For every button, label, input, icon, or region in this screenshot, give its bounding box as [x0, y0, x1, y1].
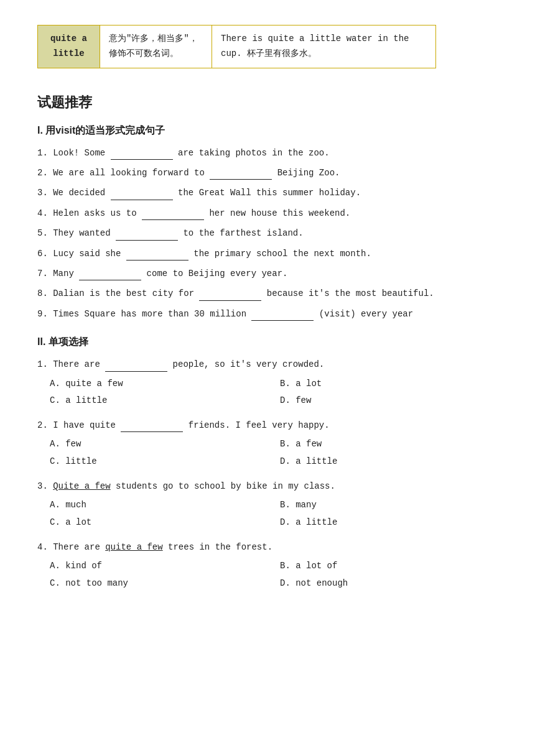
blank [142, 219, 204, 220]
list-item: 4. Helen asks us to her new house this w… [37, 206, 498, 220]
list-item: 7. Many come to Beijing every year. [37, 267, 498, 280]
mc-option-b: B. a few [280, 437, 498, 452]
blank [121, 431, 183, 432]
vocab-meaning: 意为"许多，相当多"， 修饰不可数名词。 [100, 25, 212, 68]
mc-option-a: A. few [50, 437, 268, 452]
list-item: 8. Dalian is the best city for because i… [37, 287, 498, 300]
mc-options: A. kind of B. a lot of C. not too many D… [37, 559, 498, 591]
blank [199, 300, 261, 301]
vocab-table: quite a little 意为"许多，相当多"， 修饰不可数名词。 Ther… [37, 25, 436, 68]
mc-option-a: A. much [50, 498, 268, 513]
mc-option-b: B. many [280, 498, 498, 513]
mc-question-text: 2. I have quite friends. I feel very hap… [37, 418, 498, 432]
mc-option-c: C. a lot [50, 515, 268, 530]
mc-option-d: D. not enough [280, 576, 498, 591]
mc-options: A. quite a few B. a lot C. a little D. f… [37, 377, 498, 409]
blank [251, 320, 314, 321]
mc-option-b: B. a lot of [280, 559, 498, 574]
mc-option-a: A. quite a few [50, 377, 268, 392]
part-i: I. 用visit的适当形式完成句子 1. Look! Some are tak… [37, 124, 498, 321]
list-item: 6. Lucy said she the primary school the … [37, 247, 498, 260]
mc-option-c: C. not too many [50, 576, 268, 591]
mc-question-text: 3. Quite a few students go to school by … [37, 479, 498, 493]
mc-option-a: A. kind of [50, 559, 268, 574]
mc-question-3: 3. Quite a few students go to school by … [37, 479, 498, 530]
part-i-title: I. 用visit的适当形式完成句子 [37, 124, 498, 137]
mc-question-1: 1. There are people, so it's very crowde… [37, 357, 498, 408]
underlined-text: Quite a few [53, 481, 110, 491]
mc-question-text: 1. There are people, so it's very crowde… [37, 357, 498, 371]
list-item: 5. They wanted to the farthest island. [37, 226, 498, 240]
part-ii-title: II. 单项选择 [37, 336, 498, 349]
mc-option-c: C. little [50, 454, 268, 469]
blank [126, 260, 188, 260]
mc-options: A. few B. a few C. little D. a little [37, 437, 498, 469]
blank [111, 200, 173, 200]
list-item: 1. Look! Some are taking photos in the z… [37, 146, 498, 160]
vocab-term: quite a little [38, 25, 100, 68]
mc-question-text: 4. There are quite a few trees in the fo… [37, 540, 498, 554]
mc-question-4: 4. There are quite a few trees in the fo… [37, 540, 498, 591]
underlined-text: quite a few [105, 542, 162, 552]
mc-options: A. much B. many C. a lot D. a little [37, 498, 498, 530]
list-item: 9. Times Square has more than 30 million… [37, 307, 498, 321]
mc-question-2: 2. I have quite friends. I feel very hap… [37, 418, 498, 469]
list-item: 3. We decided the Great Wall this summer… [37, 186, 498, 200]
mc-option-b: B. a lot [280, 377, 498, 392]
blank [111, 159, 173, 160]
mc-option-c: C. a little [50, 394, 268, 408]
mc-option-d: D. few [280, 394, 498, 408]
part-i-questions: 1. Look! Some are taking photos in the z… [37, 146, 498, 321]
vocab-example: There is quite a little water in the cup… [212, 25, 436, 68]
list-item: 2. We are all looking forward to Beijing… [37, 166, 498, 180]
mc-option-d: D. a little [280, 515, 498, 530]
blank [79, 280, 141, 280]
blank [116, 240, 178, 241]
mc-option-d: D. a little [280, 454, 498, 469]
blank [210, 179, 272, 180]
blank [105, 371, 167, 372]
part-ii: II. 单项选择 1. There are people, so it's ve… [37, 336, 498, 591]
section-title: 试题推荐 [37, 93, 498, 112]
